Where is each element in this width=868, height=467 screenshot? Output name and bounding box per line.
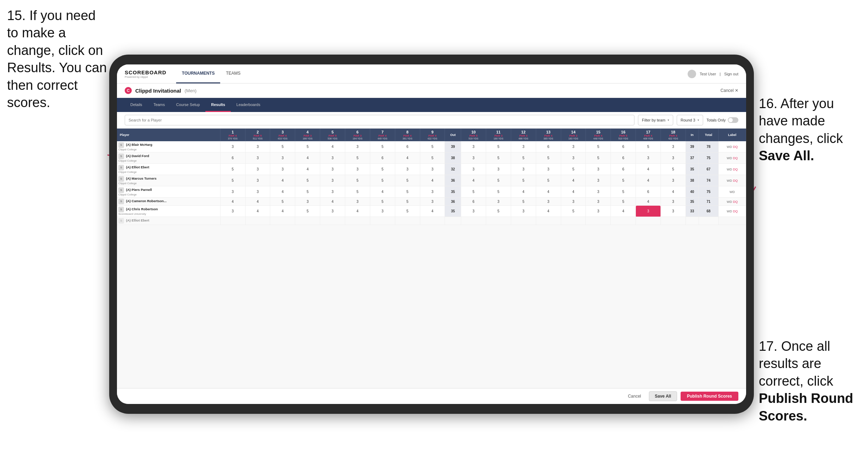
- nav-link-tournaments[interactable]: TOURNAMENTS: [176, 64, 220, 83]
- score-cell[interactable]: 5: [395, 206, 420, 217]
- score-cell[interactable]: 5: [295, 186, 320, 198]
- score-cell[interactable]: 3: [420, 164, 445, 175]
- score-label[interactable]: WD DQ: [719, 198, 746, 206]
- score-cell[interactable]: 3: [220, 186, 245, 198]
- score-cell[interactable]: 5: [461, 186, 486, 198]
- score-cell[interactable]: 5: [370, 141, 395, 152]
- score-cell[interactable]: 3: [461, 141, 486, 152]
- score-cell[interactable]: 6: [611, 152, 636, 164]
- score-cell[interactable]: 3: [586, 206, 611, 217]
- score-cell[interactable]: 6: [395, 141, 420, 152]
- score-cell[interactable]: 5: [395, 175, 420, 186]
- score-cell[interactable]: 3: [661, 141, 686, 152]
- publish-round-scores-button[interactable]: Publish Round Scores: [681, 392, 738, 401]
- score-cell[interactable]: 5: [370, 175, 395, 186]
- score-cell[interactable]: 5: [395, 198, 420, 206]
- score-cell[interactable]: 3: [561, 141, 586, 152]
- score-cell[interactable]: 5: [636, 141, 661, 152]
- score-cell[interactable]: 4: [270, 206, 295, 217]
- score-cell[interactable]: 4: [395, 152, 420, 164]
- score-cell[interactable]: 4: [320, 198, 345, 206]
- score-cell[interactable]: 3: [586, 164, 611, 175]
- dq-label[interactable]: DQ: [733, 200, 738, 204]
- score-cell[interactable]: 3: [320, 206, 345, 217]
- score-cell[interactable]: 3: [586, 175, 611, 186]
- tab-teams[interactable]: Teams: [148, 98, 170, 112]
- score-cell[interactable]: 5: [511, 152, 536, 164]
- wd-label[interactable]: WD: [727, 156, 732, 160]
- wd-label[interactable]: WD: [730, 190, 735, 194]
- score-cell[interactable]: 5: [611, 198, 636, 206]
- score-cell[interactable]: 3: [295, 198, 320, 206]
- score-cell[interactable]: 6: [611, 164, 636, 175]
- wd-label[interactable]: WD: [727, 168, 732, 171]
- score-cell[interactable]: 5: [536, 152, 561, 164]
- score-cell[interactable]: 3: [220, 141, 245, 152]
- score-cell[interactable]: 5: [295, 206, 320, 217]
- score-cell[interactable]: 5: [486, 152, 511, 164]
- dq-label[interactable]: DQ: [733, 156, 738, 160]
- score-label[interactable]: WD DQ: [719, 206, 746, 217]
- score-cell[interactable]: 3: [511, 206, 536, 217]
- score-cell[interactable]: 4: [536, 206, 561, 217]
- score-cell[interactable]: 4: [295, 152, 320, 164]
- score-cell[interactable]: 6: [220, 152, 245, 164]
- score-cell[interactable]: 4: [270, 186, 295, 198]
- dq-label[interactable]: DQ: [733, 210, 738, 213]
- score-cell[interactable]: 3: [561, 198, 586, 206]
- score-cell[interactable]: 3: [320, 175, 345, 186]
- score-cell[interactable]: 3: [320, 152, 345, 164]
- score-cell[interactable]: 5: [220, 164, 245, 175]
- score-cell[interactable]: 3: [561, 152, 586, 164]
- score-cell[interactable]: 4: [270, 175, 295, 186]
- score-cell[interactable]: 3: [511, 164, 536, 175]
- score-cell[interactable]: 3: [270, 164, 295, 175]
- score-cell[interactable]: 5: [536, 175, 561, 186]
- score-cell[interactable]: 5: [420, 141, 445, 152]
- score-cell[interactable]: 4: [320, 141, 345, 152]
- tab-leaderboards[interactable]: Leaderboards: [231, 98, 266, 112]
- score-cell[interactable]: 3: [461, 206, 486, 217]
- search-input[interactable]: [125, 115, 634, 125]
- nav-link-teams[interactable]: TEAMS: [220, 64, 246, 83]
- score-cell[interactable]: 3: [245, 164, 270, 175]
- score-cell[interactable]: 3: [586, 186, 611, 198]
- score-cell[interactable]: 5: [270, 141, 295, 152]
- score-cell[interactable]: 5: [611, 186, 636, 198]
- score-cell[interactable]: 6: [461, 198, 486, 206]
- score-cell[interactable]: 4: [536, 186, 561, 198]
- score-cell[interactable]: 4: [636, 198, 661, 206]
- score-cell[interactable]: 4: [295, 164, 320, 175]
- score-cell[interactable]: 5: [295, 141, 320, 152]
- score-cell[interactable]: 3: [636, 206, 661, 217]
- score-cell[interactable]: 4: [420, 175, 445, 186]
- score-cell[interactable]: 3: [270, 152, 295, 164]
- dq-label[interactable]: DQ: [733, 145, 738, 149]
- score-cell[interactable]: 6: [536, 141, 561, 152]
- score-cell[interactable]: 4: [636, 175, 661, 186]
- wd-label[interactable]: WD: [727, 145, 732, 149]
- score-cell[interactable]: 5: [420, 152, 445, 164]
- score-cell[interactable]: 5: [561, 164, 586, 175]
- score-cell[interactable]: 5: [270, 198, 295, 206]
- tab-details[interactable]: Details: [125, 98, 148, 112]
- score-cell[interactable]: 5: [486, 175, 511, 186]
- score-cell[interactable]: 4: [511, 186, 536, 198]
- score-cell[interactable]: 3: [461, 152, 486, 164]
- score-label[interactable]: WD DQ: [719, 164, 746, 175]
- score-cell[interactable]: 3: [345, 198, 370, 206]
- score-cell[interactable]: 3: [536, 198, 561, 206]
- score-cell[interactable]: 3: [636, 152, 661, 164]
- score-cell[interactable]: 3: [420, 198, 445, 206]
- score-label[interactable]: WD DQ: [719, 175, 746, 186]
- score-cell[interactable]: 5: [611, 175, 636, 186]
- score-cell[interactable]: 4: [461, 175, 486, 186]
- score-cell[interactable]: 5: [486, 186, 511, 198]
- score-cell[interactable]: 3: [586, 198, 611, 206]
- score-cell[interactable]: 5: [586, 141, 611, 152]
- score-label[interactable]: WD: [719, 186, 746, 198]
- cancel-tournament-button[interactable]: Cancel ✕: [720, 88, 738, 93]
- score-cell[interactable]: 3: [661, 198, 686, 206]
- score-cell[interactable]: 3: [245, 175, 270, 186]
- score-cell[interactable]: 3: [486, 164, 511, 175]
